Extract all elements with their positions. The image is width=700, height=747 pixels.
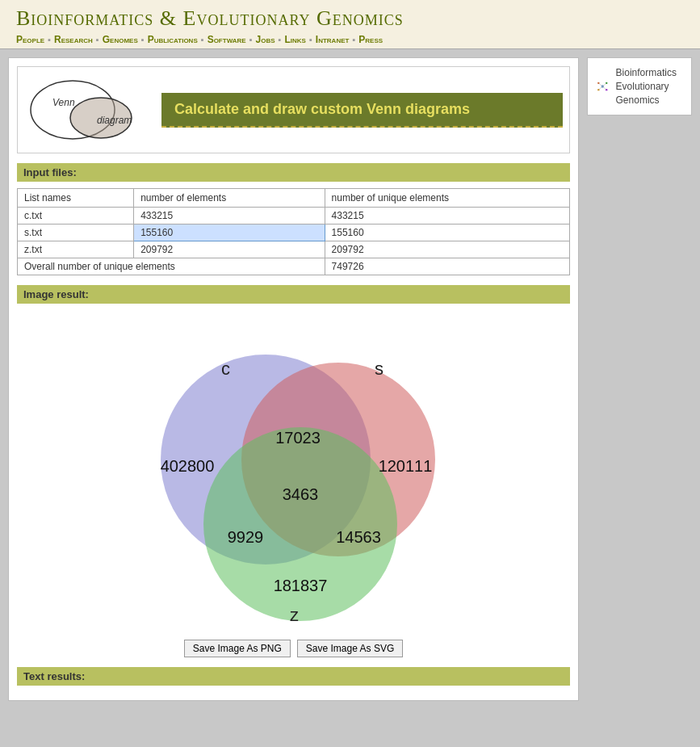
venn-logo-icon: Venn diagram [24,73,153,146]
nav-separator: ▪ [352,35,355,44]
image-result-header: Image result: [17,285,570,304]
save-png-button[interactable]: Save Image As PNG [184,640,291,657]
svg-line-15 [602,86,606,90]
cell-overall-label: Overall number of unique elements [18,258,325,275]
value-cs-only: 17023 [275,429,321,447]
cell-list-name: z.txt [18,241,134,258]
value-z-only: 181837 [273,577,327,594]
cell-unique: 209792 [325,241,569,258]
nav-item-genomes[interactable]: Genomes [103,34,138,45]
input-table: List names number of elements number of … [17,188,570,275]
table-row-overall: Overall number of unique elements749726 [18,258,570,275]
cell-elements: 155160 [134,225,325,241]
sidebar-logo-text: Bioinformatics Evolutionary Genomics [616,66,683,107]
content-panel: Venn diagram Calculate and draw custom V… [8,57,579,701]
nav-item-press[interactable]: Press [358,34,383,45]
sidebar: Bioinformatics Evolutionary Genomics [587,57,692,701]
cell-unique: 155160 [325,225,569,241]
site-title: Bioinformatics & Evolutionary Genomics [16,6,684,31]
svg-text:diagram: diagram [97,115,132,126]
nav-separator: ▪ [48,35,51,44]
nav-separator: ▪ [201,35,204,44]
cell-elements: 209792 [134,241,325,258]
value-sz-only: 14563 [336,528,381,546]
col-num-elements: number of elements [134,189,325,208]
save-svg-button[interactable]: Save Image As SVG [297,640,403,657]
cell-list-name: s.txt [18,225,134,241]
site-header: Bioinformatics & Evolutionary Genomics P… [0,0,700,49]
nav-separator: ▪ [309,35,312,44]
nav-separator: ▪ [279,35,282,44]
venn-svg-wrapper: c s z 402800 17023 120111 3463 9929 1456… [116,310,472,633]
value-c-only: 402800 [160,457,214,475]
value-cz-only: 9929 [227,528,263,546]
nav-item-publications[interactable]: Publications [148,34,198,45]
nav-item-software[interactable]: Software [207,34,246,45]
text-results-header: Text results: [17,667,570,686]
table-row: z.txt209792209792 [18,241,570,258]
value-center: 3463 [282,485,318,503]
hero-title: Calculate and draw custom Venn diagrams [161,93,563,128]
col-num-unique: number of unique elements [325,189,569,208]
col-list-names: List names [18,189,134,208]
svg-line-13 [602,83,606,86]
cell-unique: 433215 [325,208,569,225]
nav-item-research[interactable]: Research [54,34,93,45]
label-c: c [221,359,230,379]
table-row: c.txt433215433215 [18,208,570,225]
sidebar-logo-icon [596,70,610,103]
nav-separator: ▪ [249,35,253,44]
cell-overall-value: 749726 [325,258,569,275]
main-container: Venn diagram Calculate and draw custom V… [0,49,700,709]
label-z: z [290,605,299,625]
table-row: s.txt155160155160 [18,225,570,241]
svg-text:Venn: Venn [52,97,75,108]
svg-line-14 [598,86,602,90]
venn-diagram-container: c s z 402800 17023 120111 3463 9929 1456… [17,310,570,657]
cell-list-name: c.txt [18,208,134,225]
nav-item-intranet[interactable]: Intranet [316,34,350,45]
nav-item-jobs[interactable]: Jobs [256,34,275,45]
value-s-only: 120111 [378,457,432,475]
main-nav: People▪Research▪Genomes▪Publications▪Sof… [16,34,684,45]
cell-elements: 433215 [134,208,325,225]
sidebar-logo: Bioinformatics Evolutionary Genomics [587,57,692,115]
label-s: s [375,359,384,379]
nav-separator: ▪ [96,35,99,44]
nav-item-people[interactable]: People [16,34,44,45]
hero-section: Venn diagram Calculate and draw custom V… [17,66,570,153]
text-results-section: Text results: [17,667,570,686]
table-body: c.txt433215433215s.txt155160155160z.txt2… [18,208,570,275]
venn-svg: c s z 402800 17023 120111 3463 9929 1456… [116,310,472,633]
input-files-header: Input files: [17,163,570,182]
nav-separator: ▪ [141,35,145,44]
svg-line-12 [598,83,602,86]
save-buttons: Save Image As PNG Save Image As SVG [182,640,404,657]
nav-item-links[interactable]: Links [284,34,305,45]
